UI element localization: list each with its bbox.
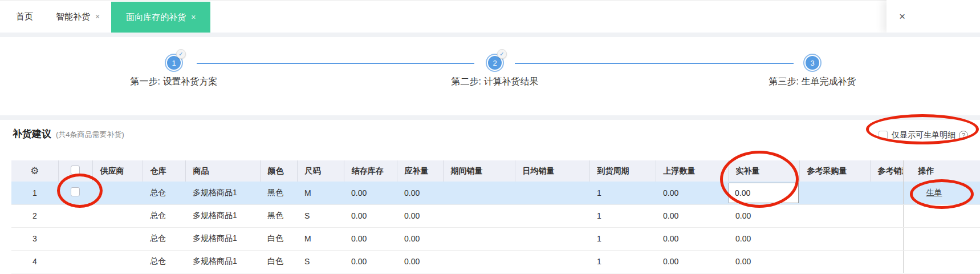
- cell-need-qty: 0.00: [397, 182, 443, 204]
- step-1-check-icon: ✓: [176, 49, 186, 59]
- generate-order-link[interactable]: 生单: [926, 188, 942, 197]
- row-index: 4: [11, 250, 58, 273]
- cell-stock: 0.00: [344, 227, 397, 250]
- cell-product: 多规格商品1: [185, 204, 260, 227]
- cell-ref-purchase: [799, 204, 870, 227]
- cell-stock: 0.00: [344, 204, 397, 227]
- cell-action: [903, 250, 980, 273]
- tab-home-label: 首页: [16, 11, 33, 22]
- cell-supplier: [92, 250, 143, 273]
- separator-band: [0, 115, 980, 120]
- replenish-suggestion-section: 补货建议 (共4条商品需要补货) 仅显示可生单明细 ? ⚙ 供应商 仓库 商品: [0, 120, 980, 274]
- cell-period-sales: [443, 227, 515, 250]
- row-index: 3: [11, 227, 58, 250]
- cell-need-qty: 0.00: [397, 227, 443, 250]
- cell-actual-qty: 0.00: [728, 204, 799, 227]
- step-wizard: 1 ✓ 第一步: 设置补货方案 2 ✓ 第二步: 计算补货结果 3 第三步: 生…: [0, 37, 980, 115]
- section-title: 补货建议: [13, 127, 51, 140]
- cell-color: 白色: [260, 250, 297, 273]
- col-product: 商品: [185, 160, 260, 182]
- col-color: 颜色: [260, 160, 297, 182]
- cell-daily-sales: [515, 204, 589, 227]
- tab-inventory-replenish-label: 面向库存的补货: [126, 12, 186, 23]
- col-size: 尺码: [297, 160, 344, 182]
- table-row: 2 总仓 多规格商品1 黑色 S 0.00 0.00 1 0.00 0.00: [11, 204, 980, 227]
- cell-size: S: [297, 204, 344, 227]
- cell-ref-sales: [870, 227, 903, 250]
- cell-color: 黑色: [260, 204, 297, 227]
- cell-daily-sales: [515, 227, 589, 250]
- col-ref-purchase: 参考采购量: [799, 160, 870, 182]
- step-2-check-icon: ✓: [497, 49, 507, 59]
- col-daily-sales: 日均销量: [515, 160, 589, 182]
- tab-bar: 首页 智能补货 × 面向库存的补货 ×: [0, 0, 980, 33]
- col-arrival-cycle: 到货周期: [589, 160, 656, 182]
- step-1-label: 第一步: 设置补货方案: [83, 76, 265, 88]
- cell-period-sales: [443, 182, 515, 204]
- step-3-circle: 3: [803, 54, 822, 72]
- cell-float-qty: 0.00: [656, 227, 728, 250]
- cell-color: 黑色: [260, 182, 297, 204]
- cell-daily-sales: [515, 182, 589, 204]
- table-row: 3 总仓 多规格商品1 白色 M 0.00 0.00 1 0.00 0.00: [11, 227, 980, 250]
- cell-warehouse: 总仓: [143, 250, 185, 273]
- select-all-checkbox[interactable]: [71, 166, 80, 175]
- cell-need-qty: 0.00: [397, 250, 443, 273]
- cell-supplier: [92, 227, 143, 250]
- cell-ref-purchase: [799, 227, 870, 250]
- cell-ref-sales: [870, 250, 903, 273]
- actual-qty-input[interactable]: [729, 183, 799, 203]
- cell-stock: 0.00: [344, 182, 397, 204]
- table-row: 1 总仓 多规格商品1 黑色 M 0.00 0.00 1 0.00: [11, 182, 980, 204]
- row-index: 2: [11, 204, 58, 227]
- filter-checkbox[interactable]: [879, 131, 888, 140]
- cell-float-qty: 0.00: [656, 250, 728, 273]
- cell-period-sales: [443, 250, 515, 273]
- cell-period-sales: [443, 204, 515, 227]
- close-icon[interactable]: ×: [899, 11, 905, 22]
- cell-warehouse: 总仓: [143, 204, 185, 227]
- cell-action: [903, 204, 980, 227]
- cell-ref-sales: [870, 204, 903, 227]
- section-count: (共4条商品需要补货): [56, 130, 124, 140]
- cell-ref-sales: [870, 182, 903, 204]
- step-connector-line: [515, 63, 794, 64]
- cell-product: 多规格商品1: [185, 250, 260, 273]
- col-period-sales: 期间销量: [443, 160, 515, 182]
- col-float-qty: 上浮数量: [656, 160, 728, 182]
- cell-color: 白色: [260, 227, 297, 250]
- tab-close-icon[interactable]: ×: [95, 12, 100, 21]
- help-icon[interactable]: ?: [959, 131, 968, 140]
- cell-size: M: [297, 182, 344, 204]
- col-actual-qty: 实补量: [728, 160, 799, 182]
- step-3-label: 第三步: 生单完成补货: [721, 76, 904, 88]
- cell-size: S: [297, 250, 344, 273]
- cell-arrival-cycle: 1: [589, 250, 656, 273]
- col-warehouse: 仓库: [143, 160, 185, 182]
- cell-supplier: [92, 182, 143, 204]
- tab-home[interactable]: 首页: [5, 1, 44, 33]
- step-2-label: 第二步: 计算补货结果: [404, 76, 586, 88]
- cell-arrival-cycle: 1: [589, 227, 656, 250]
- table-row: 4 总仓 多规格商品1 白色 S 0.00 0.00 1 0.00 0.00: [11, 250, 980, 273]
- cell-product: 多规格商品1: [185, 182, 260, 204]
- tab-smart-replenish[interactable]: 智能补货 ×: [44, 1, 111, 33]
- row-index: 1: [11, 182, 58, 204]
- cell-arrival-cycle: 1: [589, 204, 656, 227]
- cell-product: 多规格商品1: [185, 227, 260, 250]
- tab-inventory-replenish[interactable]: 面向库存的补货 ×: [111, 2, 210, 33]
- cell-ref-purchase: [799, 182, 870, 204]
- suggestion-table: ⚙ 供应商 仓库 商品 颜色 尺码 结存库存 应补量 期间销量 日均销量 到货周…: [11, 160, 980, 273]
- table-header-row: ⚙ 供应商 仓库 商品 颜色 尺码 结存库存 应补量 期间销量 日均销量 到货周…: [11, 160, 980, 182]
- step-connector-line: [197, 63, 474, 64]
- row-checkbox[interactable]: [71, 187, 80, 196]
- column-settings-gear-icon[interactable]: ⚙: [30, 166, 39, 176]
- cell-arrival-cycle: 1: [589, 182, 656, 204]
- cell-warehouse: 总仓: [143, 227, 185, 250]
- col-need-qty: 应补量: [397, 160, 443, 182]
- tab-close-icon[interactable]: ×: [191, 13, 196, 22]
- cell-actual-qty: 0.00: [728, 227, 799, 250]
- col-ref-sales: 参考销量: [870, 160, 903, 182]
- cell-float-qty: 0.00: [656, 204, 728, 227]
- step-3-number: 3: [806, 56, 819, 70]
